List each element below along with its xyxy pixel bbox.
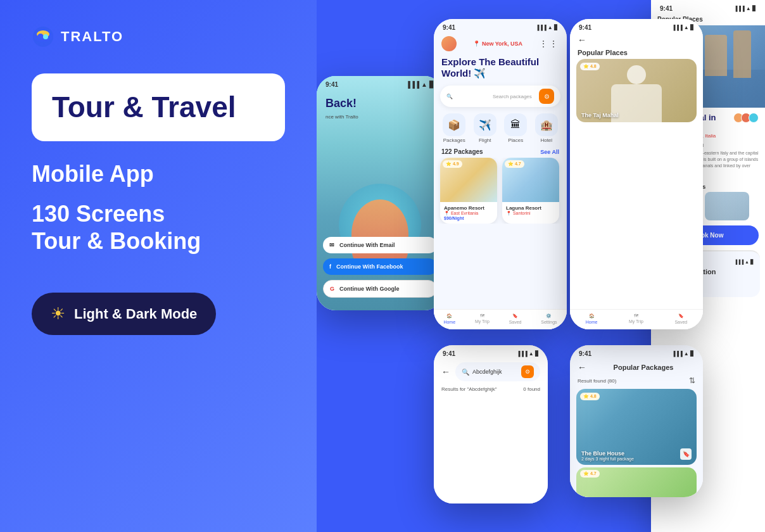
packages-header: 122 Packages See All bbox=[434, 146, 567, 158]
phone-login: 9:41 ▐▐▐▲▊ Back! nce with Tralto ✉ Conti… bbox=[317, 76, 443, 310]
hero-title: Tour & Travel bbox=[52, 91, 265, 124]
welcome-title: Back! bbox=[317, 91, 443, 114]
travelers-avatars bbox=[736, 113, 759, 123]
facebook-icon: f bbox=[329, 263, 331, 270]
places-time: 9:41 bbox=[579, 24, 591, 31]
phone-home: 9:41 ▐▐▐ ▲ ▊ 📍 New York, USA ⋮⋮ Explore … bbox=[434, 19, 567, 329]
booking-text: Tour & Booking bbox=[32, 227, 285, 255]
pkg1-name: Apanemo Resort bbox=[444, 205, 493, 211]
bottom-nav: 🏠Home 🗺My Trip 🔖Saved ⚙️Settings bbox=[434, 309, 567, 329]
pkg2-location: 📍 Santorini bbox=[506, 211, 555, 216]
see-all-btn[interactable]: See All bbox=[540, 149, 559, 155]
packages-count: 122 Packages bbox=[441, 148, 483, 155]
category-packages[interactable]: 📦 Packages bbox=[443, 113, 465, 143]
location-tag: 📍 New York, USA bbox=[473, 41, 522, 47]
nav-home[interactable]: 🏠Home bbox=[443, 314, 455, 324]
hero-card: Tour & Travel bbox=[32, 73, 285, 141]
popular-time: 9:41 bbox=[579, 350, 591, 357]
pkg1-price: $90/Night bbox=[444, 216, 493, 220]
pkg1-location: 📍 East Evritania bbox=[444, 211, 493, 216]
right-section: 9:41 ▐▐▐▲▊ Back! nce with Tralto ✉ Conti… bbox=[317, 0, 765, 532]
location-text: New York, USA bbox=[482, 41, 522, 47]
nav-saved[interactable]: 🔖Saved bbox=[509, 314, 522, 324]
category-places[interactable]: 🏛 Places bbox=[504, 113, 527, 143]
package-card-1[interactable]: ⭐ 4.9 Apanemo Resort 📍 East Evritania $9… bbox=[440, 158, 497, 224]
left-section: TRALTO Tour & Travel Mobile App 130 Scre… bbox=[0, 0, 317, 532]
nav-settings[interactable]: ⚙️Settings bbox=[541, 314, 557, 324]
home-time: 9:41 bbox=[443, 24, 455, 31]
taj-name: The Taj Mahal bbox=[581, 112, 619, 118]
category-hotel[interactable]: 🏨 Hotel bbox=[535, 113, 558, 143]
subtitle-section: Mobile App 130 Screens Tour & Booking bbox=[32, 160, 285, 255]
pkg2-name: Laguna Resort bbox=[506, 205, 555, 211]
package-preview-2[interactable]: ⭐ 4.7 bbox=[576, 467, 697, 497]
blue-house-desc: 2 days 3 night full package bbox=[581, 457, 634, 461]
search-time: 9:41 bbox=[443, 350, 455, 357]
places-nav-home[interactable]: 🏠Home bbox=[586, 314, 598, 324]
save-icon[interactable]: 🔖 bbox=[680, 448, 692, 460]
search-back[interactable]: ← bbox=[441, 367, 450, 377]
email-login-btn[interactable]: ✉ Continue With Email bbox=[323, 237, 437, 253]
search-bar[interactable]: 🔍 Search packages ⚙ bbox=[440, 86, 560, 107]
google-btn-label: Continue With Google bbox=[339, 286, 399, 292]
phone-popular-packages: 9:41 ▐▐▐ ▲ ▊ ← Popular Packages Result f… bbox=[570, 345, 703, 497]
brand-name: TRALTO bbox=[61, 28, 123, 45]
result-count: Result found (80) bbox=[578, 378, 616, 384]
search-value: Abcdefghijk bbox=[472, 369, 518, 375]
google-icon: G bbox=[330, 286, 334, 292]
subtitle-text: Mobile App bbox=[32, 160, 285, 187]
places-title: Popular Places bbox=[570, 46, 703, 59]
login-subtitle: nce with Tralto bbox=[317, 114, 443, 120]
sun-icon: ☀ bbox=[51, 304, 65, 324]
results-count: 0 found bbox=[523, 386, 540, 392]
media-thumb-2[interactable] bbox=[705, 192, 749, 220]
taj-mahal-card[interactable]: ⭐ 4.8 The Taj Mahal bbox=[576, 59, 697, 122]
dark-mode-label: Light & Dark Mode bbox=[74, 306, 197, 322]
nav-mytrip[interactable]: 🗺My Trip bbox=[475, 314, 490, 324]
home-hero-title: Explore The Beautiful World! ✈️ bbox=[434, 54, 567, 82]
detail-time: 9:41 bbox=[660, 5, 673, 12]
category-flight[interactable]: ✈️ Flight bbox=[474, 113, 496, 143]
email-icon: ✉ bbox=[329, 242, 334, 248]
taj-rating: ⭐ 4.8 bbox=[580, 63, 600, 70]
search-results: Results for "Abcdefghijk" 0 found bbox=[434, 384, 548, 395]
svg-point-3 bbox=[37, 34, 44, 40]
category-row: 📦 Packages ✈️ Flight 🏛 Places 🏨 Hotel bbox=[434, 111, 567, 146]
search-input-box[interactable]: 🔍 Abcdefghijk ⚙ bbox=[455, 362, 540, 381]
user-avatar bbox=[441, 36, 457, 51]
logo-area: TRALTO bbox=[32, 25, 285, 48]
phone-search: 9:41 ▐▐▐ ▲ ▊ ← 🔍 Abcdefghijk ⚙ Results f… bbox=[434, 345, 548, 504]
blue-house-name: The Blue House bbox=[581, 450, 634, 457]
popular-title: Popular Packages bbox=[591, 364, 695, 371]
dark-mode-badge: ☀ Light & Dark Mode bbox=[32, 293, 216, 335]
facebook-login-btn[interactable]: f Continue With Facebook bbox=[323, 258, 437, 275]
time-display: 9:41 bbox=[326, 81, 338, 88]
package-card-2[interactable]: ⭐ 4.7 Laguna Resort 📍 Santorini bbox=[502, 158, 559, 224]
places-nav-saved[interactable]: 🔖Saved bbox=[674, 314, 687, 324]
screens-count: 130 Screens bbox=[32, 200, 285, 227]
search-icon: 🔍 bbox=[446, 94, 489, 99]
email-btn-label: Continue With Email bbox=[339, 242, 395, 248]
packages-list: ⭐ 4.9 Apanemo Resort 📍 East Evritania $9… bbox=[434, 158, 567, 224]
result-row: Result found (80) ⇅ bbox=[570, 375, 703, 386]
popular-back[interactable]: ← bbox=[578, 362, 586, 372]
logo-icon bbox=[32, 25, 54, 48]
places-nav-mytrip[interactable]: 🗺My Trip bbox=[629, 314, 643, 324]
search-placeholder: Search packages bbox=[493, 94, 535, 99]
back-icon[interactable]: ← bbox=[578, 35, 586, 45]
facebook-btn-label: Continue With Facebook bbox=[336, 263, 403, 270]
search-icon-2: 🔍 bbox=[462, 369, 469, 376]
blue-house-card[interactable]: ⭐ 4.8 The Blue House 2 days 3 night full… bbox=[576, 389, 697, 465]
sort-icon[interactable]: ⇅ bbox=[689, 376, 695, 385]
phone-places: 9:41 ▐▐▐ ▲ ▊ ← Popular Places ⭐ 4.8 The … bbox=[570, 19, 703, 329]
filter-btn-2[interactable]: ⚙ bbox=[521, 365, 534, 378]
menu-dots[interactable]: ⋮⋮ bbox=[539, 39, 559, 49]
google-login-btn[interactable]: G Continue With Google bbox=[323, 280, 437, 298]
svg-point-4 bbox=[43, 34, 48, 39]
filter-button[interactable]: ⚙ bbox=[539, 89, 554, 104]
